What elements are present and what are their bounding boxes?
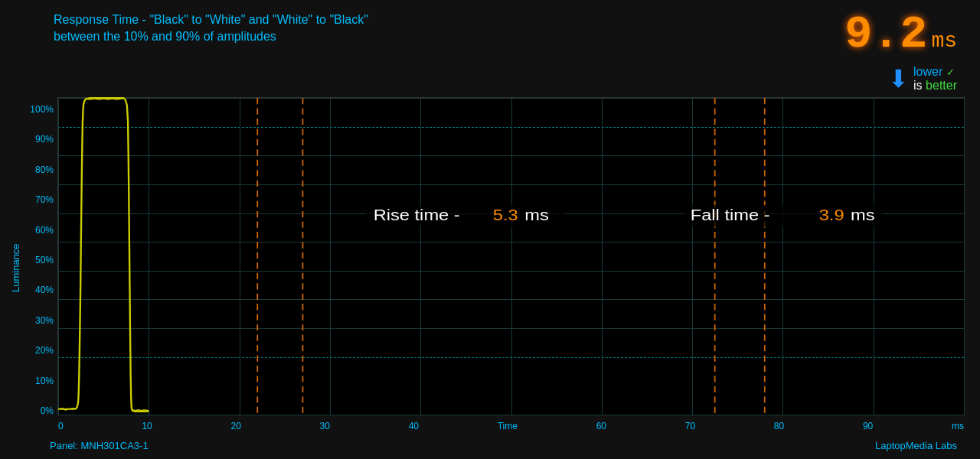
y-tick-30: 30%: [27, 316, 54, 325]
lower-better-badge: ⬇ lower ✓ is better: [888, 64, 957, 93]
y-tick-50: 50%: [27, 256, 54, 265]
y-tick-0: 0%: [27, 406, 54, 415]
x-tick-ms: ms: [952, 421, 964, 431]
rise-time-value-text: 5.3: [493, 207, 518, 224]
x-tick-0: 0: [58, 421, 64, 431]
fall-time-value-text: 3.9: [819, 207, 844, 224]
response-time-unit: ms: [931, 29, 957, 53]
brand-label: LaptopMedia Labs: [875, 440, 957, 451]
fall-time-unit-text: ms: [851, 207, 875, 224]
graph-container: Rise time - 5.3 ms Fall time - 3.9 ms 0 …: [57, 97, 965, 415]
x-tick-70: 70: [685, 421, 695, 431]
signal-trace: [58, 98, 149, 412]
y-axis-label: Luminance: [8, 97, 23, 438]
x-tick-60: 60: [596, 421, 606, 431]
chart-title: Response Time - "Black" to "White" and "…: [54, 11, 368, 46]
panel-label: Panel: MNH301CA3-1: [50, 440, 149, 451]
y-tick-80: 80%: [27, 165, 54, 174]
noise-plateau: [85, 99, 123, 99]
chart-wrapper: 100% 90% 80% 70% 60% 50% 40% 30% 20% 10%…: [23, 97, 965, 438]
checkmark-icon: ✓: [946, 67, 955, 78]
is-text: is: [913, 79, 923, 92]
x-tick-time: Time: [498, 421, 518, 431]
fall-time-label-text: Fall time -: [691, 207, 770, 224]
x-tick-40: 40: [409, 421, 419, 431]
y-tick-90: 90%: [27, 135, 54, 144]
y-tick-10: 10%: [27, 376, 54, 386]
lower-text: lower: [913, 65, 942, 78]
grid-h-0: [58, 415, 964, 415]
y-tick-60: 60%: [27, 226, 54, 235]
y-axis: 100% 90% 80% 70% 60% 50% 40% 30% 20% 10%…: [23, 97, 57, 438]
chart-inner: 100% 90% 80% 70% 60% 50% 40% 30% 20% 10%…: [23, 97, 965, 438]
y-tick-100: 100%: [27, 105, 54, 114]
x-tick-80: 80: [774, 421, 784, 431]
y-tick-20: 20%: [27, 346, 54, 355]
y-tick-40: 40%: [27, 285, 54, 295]
x-tick-20: 20: [230, 421, 240, 431]
y-tick-70: 70%: [27, 195, 54, 204]
noise-right: [132, 410, 149, 411]
chart-area: Luminance 100% 90% 80% 70% 60% 50% 40% 3…: [8, 97, 965, 438]
x-tick-90: 90: [863, 421, 873, 431]
response-time-value: 9.2: [844, 11, 927, 57]
x-tick-30: 30: [320, 421, 330, 431]
header: Response Time - "Black" to "White" and "…: [8, 8, 965, 97]
chart-svg: Rise time - 5.3 ms Fall time - 3.9 ms: [58, 98, 964, 415]
x-tick-10: 10: [142, 421, 152, 431]
lower-arrow-icon: ⬇: [888, 64, 909, 93]
rise-time-label-text: Rise time -: [374, 207, 460, 224]
footer-bar: Panel: MNH301CA3-1 LaptopMedia Labs: [8, 438, 965, 451]
response-time-display: 9.2 ms: [844, 11, 957, 57]
better-text: better: [926, 79, 957, 92]
main-container: Response Time - "Black" to "White" and "…: [0, 0, 980, 459]
grid-v-100: [964, 98, 965, 415]
rise-time-unit-text: ms: [524, 207, 549, 224]
